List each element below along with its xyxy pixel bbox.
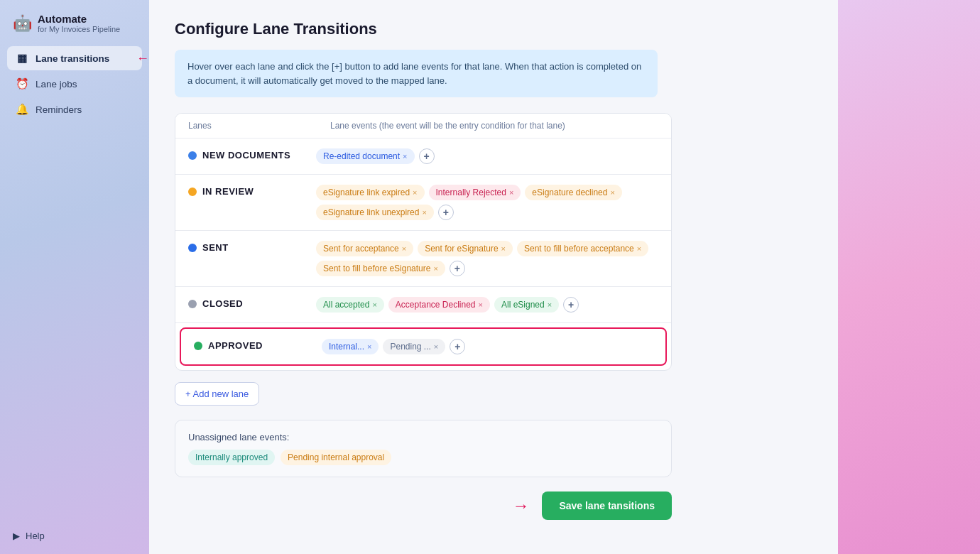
tag-label: eSignature link unexpired <box>323 207 419 217</box>
add-event-btn-sent[interactable]: + <box>450 261 465 276</box>
sidebar-item-reminders[interactable]: 🔔 Reminders <box>7 97 142 121</box>
tag-internally-approved[interactable]: Internally approved <box>188 450 275 465</box>
tag-label: Sent for eSignature <box>425 244 498 254</box>
clock-icon: ⏰ <box>16 77 28 90</box>
add-new-lane-button[interactable]: + Add new lane <box>175 382 259 406</box>
tag-sent-to-fill-before-acceptance[interactable]: Sent to fill before acceptance × <box>517 241 648 256</box>
tag-label: Pending internal approval <box>288 452 384 462</box>
tag-sent-for-esignature[interactable]: Sent for eSignature × <box>418 241 513 256</box>
lanes-header: Lanes Lane events (the event will be the… <box>175 114 671 138</box>
dot-closed <box>188 300 197 308</box>
tag-pending-approval[interactable]: Pending ... × <box>383 339 445 354</box>
tag-label: Acceptance Declined <box>396 300 476 310</box>
lane-row-in-review: IN REVIEW eSignature link expired × Inte… <box>175 175 671 231</box>
tag-close-icon[interactable]: × <box>610 188 614 197</box>
sidebar: 🤖 Automate for My Invoices Pipeline ▦ La… <box>0 0 149 554</box>
tag-esignature-link-unexpired[interactable]: eSignature link unexpired × <box>316 205 434 220</box>
tag-sent-to-fill-before-esignature[interactable]: Sent to fill before eSignature × <box>316 261 445 276</box>
sidebar-header: 🤖 Automate for My Invoices Pipeline <box>0 13 149 46</box>
tag-esignature-link-expired[interactable]: eSignature link expired × <box>316 185 425 200</box>
tag-label: All accepted <box>323 300 369 310</box>
unassigned-tags: Internally approved Pending internal app… <box>188 450 658 465</box>
add-event-btn-new-documents[interactable]: + <box>419 148 435 164</box>
tag-close-icon[interactable]: × <box>403 152 407 161</box>
robot-icon: 🤖 <box>13 14 32 33</box>
sidebar-nav: ▦ Lane transitions ← ⏰ Lane jobs 🔔 Remin… <box>0 46 149 121</box>
tag-close-icon[interactable]: × <box>501 244 506 253</box>
lane-events-new-documents: Re-edited document × + <box>316 148 658 164</box>
dot-sent <box>188 244 197 252</box>
add-event-btn-in-review[interactable]: + <box>438 205 454 220</box>
info-box: Hover over each lane and click the [+] b… <box>175 50 658 97</box>
tag-close-icon[interactable]: × <box>479 300 483 309</box>
tag-esignature-declined[interactable]: eSignature declined × <box>525 185 622 200</box>
play-icon: ▶ <box>13 531 20 541</box>
tag-label: Internal... <box>329 342 364 352</box>
sidebar-item-lane-jobs[interactable]: ⏰ Lane jobs <box>7 72 142 96</box>
tag-pending-internal-approval[interactable]: Pending internal approval <box>281 450 391 465</box>
add-event-btn-approved[interactable]: + <box>450 339 465 354</box>
bell-icon: 🔔 <box>16 103 28 116</box>
dot-in-review <box>188 188 197 196</box>
tag-label: eSignature link expired <box>323 188 410 197</box>
tag-label: Re-edited document <box>323 151 400 161</box>
lane-label-in-review: IN REVIEW <box>202 186 254 197</box>
help-label: Help <box>26 531 45 541</box>
main-content: Configure Lane Transitions Hover over ea… <box>149 0 838 554</box>
lane-events-approved: Internal... × Pending ... × + <box>322 339 653 354</box>
page-title: Configure Lane Transitions <box>175 20 812 38</box>
sidebar-item-label: Lane jobs <box>36 79 77 89</box>
tag-close-icon[interactable]: × <box>422 208 426 217</box>
tag-close-icon[interactable]: × <box>548 300 552 309</box>
sidebar-item-label: Reminders <box>36 104 82 115</box>
tag-label: Sent to fill before acceptance <box>524 244 634 254</box>
add-event-btn-closed[interactable]: + <box>563 297 579 313</box>
sidebar-item-label: Lane transitions <box>36 53 109 64</box>
sidebar-item-lane-transitions[interactable]: ▦ Lane transitions ← <box>7 46 142 70</box>
tag-close-icon[interactable]: × <box>402 244 406 253</box>
lane-label-approved: APPROVED <box>208 340 263 351</box>
tag-label: Internally approved <box>195 452 268 462</box>
lane-row-new-documents: NEW DOCUMENTS Re-edited document × + <box>175 138 671 175</box>
lane-events-in-review: eSignature link expired × Internally Rej… <box>316 185 658 220</box>
tag-close-icon[interactable]: × <box>509 188 513 197</box>
tag-re-edited-document[interactable]: Re-edited document × <box>316 148 415 164</box>
tag-close-icon[interactable]: × <box>367 342 371 351</box>
help-button[interactable]: ▶ Help <box>0 531 149 541</box>
lanes-col-header: Lanes <box>188 121 330 131</box>
lane-row-approved: APPROVED Internal... × Pending ... × + <box>181 329 665 364</box>
tag-acceptance-declined[interactable]: Acceptance Declined × <box>388 297 490 313</box>
lanes-table: Lanes Lane events (the event will be the… <box>175 113 672 371</box>
tag-label: Sent to fill before eSignature <box>323 264 430 273</box>
tag-close-icon[interactable]: × <box>434 342 438 351</box>
tag-label: Internally Rejected <box>436 188 506 197</box>
footer-row: → Save lane tansitions <box>175 491 672 520</box>
lane-row-sent: SENT Sent for acceptance × Sent for eSig… <box>175 231 671 287</box>
lane-name-in-review: IN REVIEW <box>188 185 316 197</box>
dot-new-documents <box>188 151 197 160</box>
tag-label: Sent for acceptance <box>323 244 399 254</box>
tag-sent-for-acceptance[interactable]: Sent for acceptance × <box>316 241 413 256</box>
dot-approved <box>194 342 202 350</box>
lane-events-sent: Sent for acceptance × Sent for eSignatur… <box>316 241 658 276</box>
right-decorative-panel <box>838 0 980 554</box>
tag-all-esigned[interactable]: All eSigned × <box>494 297 559 313</box>
tag-internal-approved[interactable]: Internal... × <box>322 339 379 354</box>
tag-all-accepted[interactable]: All accepted × <box>316 297 384 313</box>
tag-label: All eSigned <box>501 300 545 310</box>
sidebar-brand: Automate for My Invoices Pipeline <box>38 13 120 33</box>
events-col-header: Lane events (the event will be the entry… <box>330 121 658 131</box>
arrow-icon: ← <box>136 51 149 66</box>
tag-close-icon[interactable]: × <box>433 264 437 273</box>
app-title: Automate <box>38 13 120 25</box>
lane-name-new-documents: NEW DOCUMENTS <box>188 148 316 161</box>
save-button[interactable]: Save lane tansitions <box>542 491 672 520</box>
tag-label: Pending ... <box>390 342 430 352</box>
tag-close-icon[interactable]: × <box>637 244 641 253</box>
tag-close-icon[interactable]: × <box>372 300 376 309</box>
tag-label: eSignature declined <box>532 188 607 197</box>
lane-name-sent: SENT <box>188 241 316 253</box>
lane-row-closed: CLOSED All accepted × Acceptance Decline… <box>175 287 671 323</box>
tag-internally-rejected[interactable]: Internally Rejected × <box>429 185 521 200</box>
tag-close-icon[interactable]: × <box>413 188 417 197</box>
